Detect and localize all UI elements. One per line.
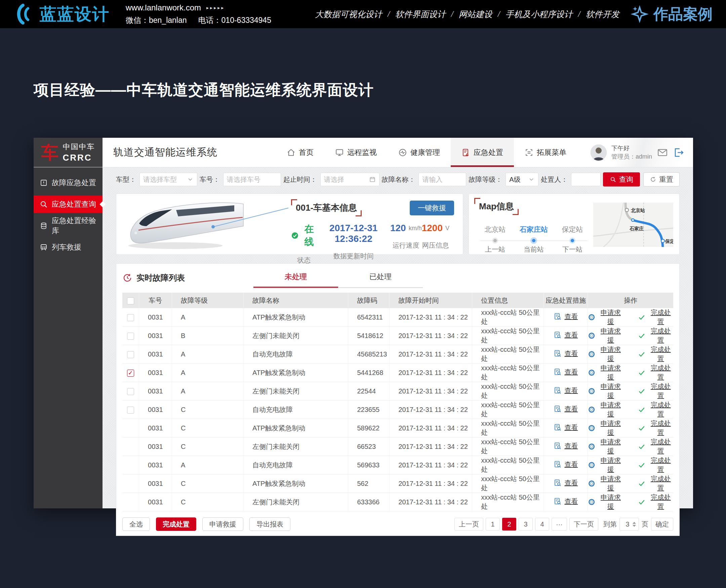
request-rescue-action[interactable]: 申请求援 xyxy=(588,419,623,437)
rescue-ring-icon xyxy=(588,369,595,377)
view-action[interactable]: 查看 xyxy=(554,386,578,395)
page-button-1[interactable]: 1 xyxy=(486,518,500,530)
realtime-clock-icon xyxy=(122,273,132,283)
station-current: 石家庄站 当前站 xyxy=(517,225,551,254)
mail-icon[interactable] xyxy=(657,147,668,158)
nav-item-home[interactable]: 首页 xyxy=(276,138,324,167)
nav-item-emergency[interactable]: 应急处置 xyxy=(451,138,514,167)
view-action[interactable]: 查看 xyxy=(554,368,578,377)
complete-handle-action[interactable]: 完成处置 xyxy=(638,308,673,326)
view-action[interactable]: 查看 xyxy=(554,479,578,487)
row-checkbox[interactable] xyxy=(127,314,134,321)
view-action[interactable]: 查看 xyxy=(554,423,578,432)
row-checkbox[interactable] xyxy=(127,370,134,377)
next-page-button[interactable]: 下一页 xyxy=(569,518,598,530)
view-action[interactable]: 查看 xyxy=(554,460,578,469)
row-checkbox[interactable] xyxy=(127,388,134,395)
sidebar-item-train-rescue[interactable]: 列车救援 xyxy=(34,238,103,256)
complete-handle-action[interactable]: 完成处置 xyxy=(638,345,673,363)
row-checkbox[interactable] xyxy=(127,406,134,414)
page-number-spinner[interactable]: 3 xyxy=(619,518,639,530)
goto-confirm-button[interactable]: 确定 xyxy=(651,518,673,530)
reset-button[interactable]: 重置 xyxy=(643,172,680,187)
complete-handle-action[interactable]: 完成处置 xyxy=(638,475,673,492)
spinner-down-icon[interactable] xyxy=(632,525,636,527)
cell-level: C xyxy=(172,419,243,438)
handler-input[interactable] xyxy=(571,173,601,186)
complete-handle-action[interactable]: 完成处置 xyxy=(638,327,673,345)
fault-name-input[interactable] xyxy=(418,173,466,186)
check-icon xyxy=(638,369,645,377)
page-ellipsis[interactable]: ··· xyxy=(552,518,567,530)
train-type-select[interactable]: 请选择车型 xyxy=(140,173,197,186)
view-action[interactable]: 查看 xyxy=(554,349,578,358)
time-range-picker[interactable]: 请选择 xyxy=(320,173,379,186)
request-rescue-action[interactable]: 申请求援 xyxy=(588,382,623,400)
cell-name: 自动充电故障 xyxy=(244,345,348,363)
station-dot xyxy=(493,239,497,242)
complete-handle-action[interactable]: 完成处置 xyxy=(638,400,673,419)
complete-handle-button[interactable]: 完成处置 xyxy=(156,518,196,531)
user-role: 管理员：admin xyxy=(611,152,652,161)
page-button-4[interactable]: 4 xyxy=(535,518,549,530)
complete-handle-action[interactable]: 完成处置 xyxy=(638,382,673,400)
request-rescue-action[interactable]: 申请求援 xyxy=(588,438,623,456)
col-start-time: 故障开始时间 xyxy=(390,293,472,308)
cell-code: 223655 xyxy=(348,400,390,419)
fault-emergency-icon xyxy=(40,179,48,187)
nav-item-remote-monitor[interactable]: 远程监视 xyxy=(324,138,388,167)
portfolio-link[interactable]: 作品案例 xyxy=(630,4,712,24)
request-rescue-button[interactable]: 申请救援 xyxy=(202,518,243,531)
complete-handle-action[interactable]: 完成处置 xyxy=(638,419,673,437)
service-item: 大数据可视化设计 xyxy=(315,9,382,20)
request-rescue-action[interactable]: 申请求援 xyxy=(588,456,623,474)
view-action[interactable]: 查看 xyxy=(554,312,578,321)
tab-unhandled[interactable]: 未处理 xyxy=(253,272,338,288)
cell-code: 5418612 xyxy=(348,327,390,345)
export-report-button[interactable]: 导出报表 xyxy=(249,518,290,531)
request-rescue-action[interactable]: 申请求援 xyxy=(588,475,623,492)
sidebar-item-emergency-query[interactable]: 应急处置查询 xyxy=(34,195,103,213)
request-rescue-action[interactable]: 申请求援 xyxy=(588,327,623,345)
query-button[interactable]: 查询 xyxy=(603,172,640,187)
request-rescue-action[interactable]: 申请求援 xyxy=(588,363,623,382)
view-action[interactable]: 查看 xyxy=(554,404,578,414)
request-rescue-action[interactable]: 申请求援 xyxy=(588,345,623,363)
request-rescue-action[interactable]: 申请求援 xyxy=(588,400,623,419)
service-item: 网站建设 xyxy=(459,9,492,20)
train-no-label: 车号： xyxy=(200,175,220,184)
crrc-logo-icon: 车 xyxy=(41,144,59,161)
fault-level-select[interactable]: A级 xyxy=(505,173,538,186)
complete-handle-action[interactable]: 完成处置 xyxy=(638,456,673,474)
page-button-2-active[interactable]: 2 xyxy=(502,518,516,530)
user-zone: 下午好 管理员：admin xyxy=(577,138,693,167)
request-rescue-action[interactable]: 申请求援 xyxy=(588,308,623,326)
request-rescue-action[interactable]: 申请求援 xyxy=(588,493,623,511)
logout-icon[interactable] xyxy=(673,147,684,158)
select-all-button[interactable]: 全选 xyxy=(122,518,150,531)
view-action[interactable]: 查看 xyxy=(554,497,578,506)
rescue-ring-icon xyxy=(588,405,595,414)
table-row: 0031 A ATP触发紧急制动 5441268 2017-12-31 11 :… xyxy=(122,363,673,382)
nav-item-health[interactable]: 健康管理 xyxy=(388,138,451,167)
complete-handle-action[interactable]: 完成处置 xyxy=(638,493,673,511)
page-button-3[interactable]: 3 xyxy=(519,518,533,530)
nav-item-expand-menu[interactable]: 拓展菜单 xyxy=(514,138,577,167)
sidebar-item-experience-base[interactable]: 应急处置经验库 xyxy=(34,217,103,234)
spinner-up-icon[interactable] xyxy=(632,522,636,524)
tab-handled[interactable]: 已处理 xyxy=(338,272,423,288)
fault-list-panel: 实时故障列表 未处理 已处理 车号 xyxy=(116,264,680,536)
row-checkbox[interactable] xyxy=(127,333,134,340)
prev-page-button[interactable]: 上一页 xyxy=(454,518,483,530)
select-all-checkbox[interactable] xyxy=(127,297,134,304)
cell-start-time: 2017-12-31 11 : 34 : 22 xyxy=(390,493,472,511)
complete-handle-action[interactable]: 完成处置 xyxy=(638,363,673,382)
sidebar-item-fault-emergency[interactable]: 故障应急处置 xyxy=(34,174,103,191)
row-checkbox[interactable] xyxy=(127,351,134,358)
avatar[interactable] xyxy=(590,145,607,161)
one-key-rescue-button[interactable]: 一键救援 xyxy=(410,201,454,215)
view-action[interactable]: 查看 xyxy=(554,441,578,450)
train-no-input[interactable] xyxy=(223,173,281,186)
complete-handle-action[interactable]: 完成处置 xyxy=(638,438,673,456)
view-action[interactable]: 查看 xyxy=(554,331,578,340)
